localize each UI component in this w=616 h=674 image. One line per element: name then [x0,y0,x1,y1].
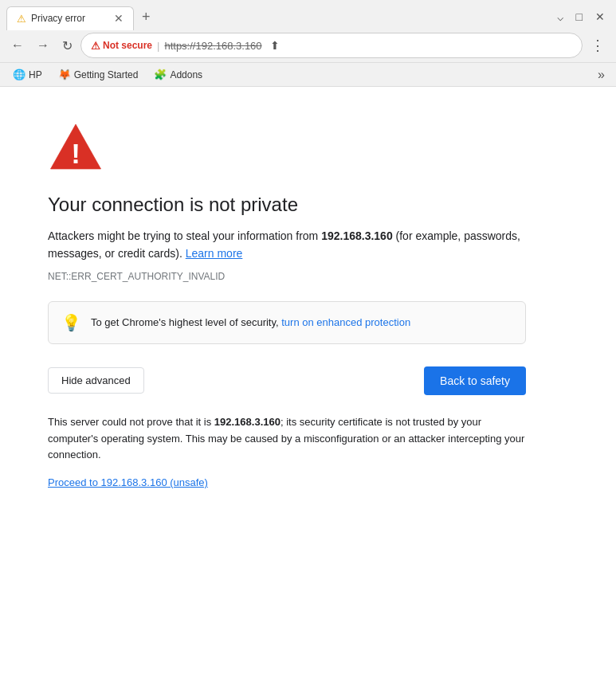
bookmark-getting-started[interactable]: 🦊 Getting Started [52,67,145,82]
tab-close-button[interactable]: ✕ [114,12,124,25]
advanced-text: This server could not prove that it is 1… [48,414,526,464]
tabs-area: ⚠ Privacy error ✕ + [6,4,552,30]
bookmarks-bar: 🌐 HP 🦊 Getting Started 🧩 Addons » [0,62,616,86]
browser-chrome: ⚠ Privacy error ✕ + ⌵ □ ✕ ← → ↻ ⚠ Not se… [0,0,616,87]
firefox-icon: 🦊 [58,69,71,80]
error-host: 192.168.3.160 [321,229,393,242]
buttons-row: Hide advanced Back to safety [48,366,526,395]
advanced-text-part1: This server could not prove that it is [48,416,214,428]
nav-bar: ← → ↻ ⚠ Not secure | https://192.168.3.1… [0,29,616,62]
addons-label: Addons [170,69,202,80]
error-title: Your connection is not private [48,194,568,216]
addon-icon: 🧩 [154,69,167,80]
address-bar[interactable]: ⚠ Not secure | https://192.168.3.160 ⬆ [80,33,583,58]
back-button[interactable]: ← [6,35,29,56]
address-separator: | [157,40,159,52]
reload-button[interactable]: ↻ [57,35,77,57]
bookmark-addons[interactable]: 🧩 Addons [147,67,209,82]
share-button[interactable]: ⬆ [270,39,280,52]
minimize-button[interactable]: ⌵ [552,9,568,25]
close-window-button[interactable]: ✕ [590,9,610,25]
window-controls: ⌵ □ ✕ [552,9,610,25]
forward-button[interactable]: → [32,35,54,56]
maximize-button[interactable]: □ [571,9,587,25]
hide-advanced-button[interactable]: Hide advanced [48,367,144,394]
getting-started-label: Getting Started [74,69,139,80]
error-description-text1: Attackers might be trying to steal your … [48,229,321,242]
lightbulb-icon: 💡 [61,313,81,332]
not-secure-label: Not secure [103,40,152,51]
bookmarks-more-button[interactable]: » [593,66,610,84]
security-tip-prefix: To get Chrome's highest level of securit… [91,316,279,328]
new-tab-button[interactable]: + [134,4,159,30]
address-url: https://192.168.3.160 [164,40,261,52]
security-tip-box: 💡 To get Chrome's highest level of secur… [48,301,526,344]
hp-icon: 🌐 [13,69,26,80]
learn-more-link[interactable]: Learn more [186,247,243,260]
page-content: ! Your connection is not private Attacke… [0,87,616,674]
enhanced-protection-link[interactable]: turn on enhanced protection [281,316,410,328]
title-bar: ⚠ Privacy error ✕ + ⌵ □ ✕ [0,0,616,29]
not-secure-indicator: ⚠ Not secure [91,40,152,52]
security-tip-text: To get Chrome's highest level of securit… [91,316,410,328]
tab-title: Privacy error [31,13,85,24]
browser-menu-button[interactable]: ⋮ [586,33,610,57]
warning-triangle-icon: ! [48,119,104,174]
svg-text:!: ! [71,138,80,169]
warning-icon: ⚠ [91,40,100,52]
tab-warning-icon: ⚠ [17,13,26,25]
advanced-host: 192.168.3.160 [214,416,281,428]
error-description: Attackers might be trying to steal your … [48,227,568,263]
back-to-safety-button[interactable]: Back to safety [424,366,526,395]
bookmark-hp[interactable]: 🌐 HP [6,67,49,82]
proceed-link[interactable]: Proceed to 192.168.3.160 (unsafe) [48,476,208,488]
hp-label: HP [29,69,42,80]
active-tab[interactable]: ⚠ Privacy error ✕ [6,6,134,30]
error-code: NET::ERR_CERT_AUTHORITY_INVALID [48,271,568,282]
